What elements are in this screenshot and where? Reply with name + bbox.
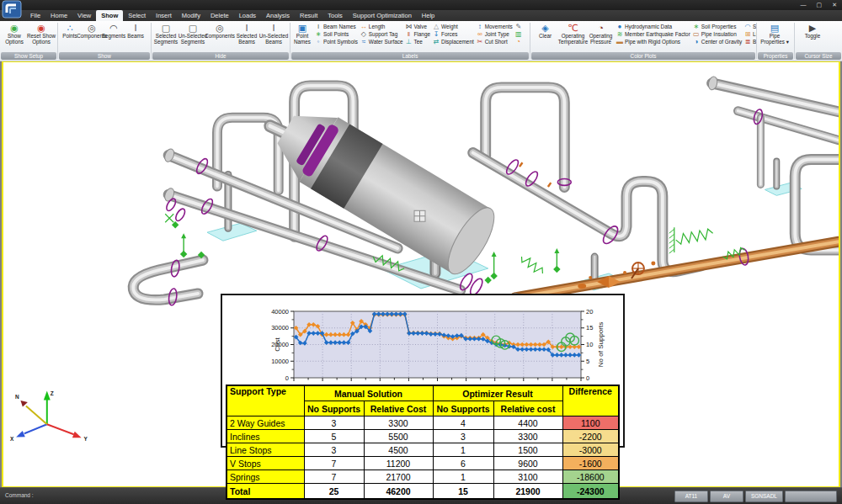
compass-icon: ◔ [515, 39, 522, 45]
tab-modify[interactable]: Modify [177, 10, 205, 21]
cell-opt-no: 1 [433, 443, 493, 457]
ribbon-button-toggle[interactable]: ▶Toggle [796, 22, 829, 40]
ribbon-item-label: Pipe Insulation [701, 31, 737, 38]
flange-icon: ‖ [405, 31, 412, 38]
cell-difference: 1100 [562, 416, 619, 430]
ribbon-button-components[interactable]: ◎Components [206, 22, 233, 40]
cell-manual-cost: 3300 [364, 416, 433, 430]
tab-insert[interactable]: Insert [151, 10, 177, 21]
select-tool-button[interactable]: ✎ [515, 24, 522, 30]
tab-help[interactable]: Help [417, 10, 440, 21]
tab-select[interactable]: Select [123, 10, 151, 21]
ribbon-item-member-earthquake-factor[interactable]: ≋Member Earthquake Factor [616, 31, 690, 38]
ribbon-button-beams[interactable]: IBeams [125, 22, 147, 40]
ribbon-group-items: ▶Toggle [795, 21, 842, 51]
app-logo-icon [2, 0, 22, 19]
ribbon-item-joint-type[interactable]: ∞Joint Type [477, 31, 513, 38]
ribbon-item-line-number[interactable]: ⊞Line Number [744, 31, 756, 38]
ribbon-group-cursor-size: ▶ToggleCursor Size [795, 21, 842, 61]
ribbon-item-hydrodynamic-data[interactable]: ●Hydrodynamic Data [616, 24, 690, 30]
ribbon-item-label: Point Symbols [323, 39, 358, 45]
cell-opt-cost: 21900 [493, 484, 562, 500]
right-tick-label: 10 [586, 341, 593, 348]
table-row: Line Stops3450011500-3000 [226, 443, 619, 457]
ribbon-button-components[interactable]: ◎Components [81, 22, 103, 40]
ribbon-button-segments[interactable]: ◠Segments [103, 22, 125, 40]
status-button-sgnsadl[interactable]: SGNSADL [745, 491, 783, 502]
ribbon-item-valve[interactable]: ⋈Valve [405, 24, 430, 30]
ribbon-item-label: Weight [441, 24, 458, 30]
cell-opt-cost: 3100 [493, 470, 562, 484]
ribbon-button-selected-segments[interactable]: ▢SelectedSegments [152, 22, 179, 45]
maximize-button[interactable]: ▢ [817, 0, 823, 10]
command-prompt-label[interactable]: Command : [5, 492, 34, 498]
ribbon-button-operating-temperature[interactable]: ℃OperatingTemperature [559, 22, 587, 45]
ribbon-item-flange[interactable]: ‖Flange [405, 31, 430, 38]
tab-result[interactable]: Result [295, 10, 322, 21]
ribbon-column: ⋈Valve‖Flange⊥Tee [403, 22, 431, 45]
cell-support-type: Total [226, 484, 304, 500]
tab-file[interactable]: File [25, 10, 45, 21]
status-button-av[interactable]: AV [710, 491, 743, 502]
left-tick-label: 40000 [271, 308, 289, 316]
soil-points-icon: ∗ [315, 31, 322, 38]
ribbon-item-cut-short[interactable]: ✂Cut Short [477, 39, 513, 45]
ribbon-item-length[interactable]: ↔Length [360, 24, 403, 30]
ribbon-button-un-selected-segments[interactable]: ▢Un-SelectedSegments [179, 22, 206, 45]
ribbon-item-beam-names[interactable]: IBeam Names [315, 24, 358, 30]
cell-opt-no: 1 [433, 470, 493, 484]
tab-tools[interactable]: Tools [322, 10, 348, 21]
tab-home[interactable]: Home [45, 10, 72, 21]
ribbon-item-forces[interactable]: ↧Forces [433, 31, 474, 38]
ribbon-group-label: Show Setup [1, 52, 56, 60]
tab-analysis[interactable]: Analysis [261, 10, 295, 21]
tab-show[interactable]: Show [96, 10, 123, 21]
tab-view[interactable]: View [72, 10, 96, 21]
plot-image-button[interactable]: ▥ [515, 31, 522, 38]
cell-support-type: Line Stops [226, 443, 304, 457]
status-button-at11[interactable]: AT11 [674, 491, 708, 502]
ribbon-item-weight[interactable]: △Weight [433, 24, 474, 30]
ribbon-item-support-tag[interactable]: ◇Support Tag [360, 31, 403, 38]
ribbon-item-soil-properties[interactable]: ∗Soil Properties [693, 24, 742, 30]
ribbon-item-movements[interactable]: ↕Movements [477, 24, 513, 30]
tab-delete[interactable]: Delete [205, 10, 234, 21]
ribbon-item-displacement[interactable]: ⇄Displacement [433, 39, 474, 45]
hydrodynamic-data-icon: ● [616, 24, 623, 30]
ribbon-button-clear[interactable]: ◈Clear [531, 22, 559, 40]
valve-icon: ⋈ [405, 24, 412, 30]
ribbon-button-pipe-properties[interactable]: ▤PipeProperties ▾ [758, 22, 791, 45]
cell-manual-no: 5 [304, 430, 364, 443]
compass-button[interactable]: ◔ [515, 39, 522, 45]
tee-icon: ⊥ [405, 39, 412, 45]
minimize-button[interactable]: — [801, 0, 807, 10]
ribbon-item-label: Tee [413, 39, 422, 45]
ribbon-item-beam-sections[interactable]: ≣Beam Sections [744, 39, 756, 45]
ribbon-item-tee[interactable]: ⊥Tee [405, 39, 430, 45]
ribbon-item-center-of-gravity[interactable]: ◑Center of Gravity [693, 39, 742, 45]
ribbon-button-un-selected-beams[interactable]: IUn-SelectedBeams [260, 22, 287, 45]
ribbon-item-pipe-insulation[interactable]: ▭Pipe Insulation [693, 31, 742, 38]
ribbon-item-pipe-with-rigid-options[interactable]: ▬Pipe with Rigid Options [616, 39, 690, 45]
ribbon-button-label: Toggle [805, 34, 821, 40]
ribbon-item-point-symbols[interactable]: ◦Point Symbols [315, 39, 358, 45]
ribbon-button-point-names[interactable]: ▣PointNames [291, 22, 313, 45]
ribbon-item-soil-points[interactable]: ∗Soil Points [315, 31, 358, 38]
ribbon-button-reset-show-options[interactable]: ◉Reset ShowOptions [28, 22, 55, 45]
ribbon-button-selected-beams[interactable]: ISelectedBeams [233, 22, 260, 45]
ribbon-item-segments[interactable]: ◠Segments [744, 24, 756, 30]
ribbon-button-label: Clear [539, 34, 552, 40]
close-button[interactable]: ✕ [832, 0, 837, 10]
tab-support-optimization[interactable]: Support Optimization [348, 10, 417, 21]
tab-loads[interactable]: Loads [234, 10, 261, 21]
sub-header-no-supports: No Supports [304, 401, 364, 416]
vessel[interactable] [266, 98, 503, 281]
ribbon-button-show-options[interactable]: ◉ShowOptions [1, 22, 28, 45]
ribbon-button-operating-pressure[interactable]: ◔OperatingPressure [587, 22, 615, 45]
ribbon-item-water-surface[interactable]: ≈Water Surface [360, 39, 403, 45]
status-button-blank[interactable] [785, 491, 837, 502]
table-row: 2 Way Guides33300444001100 [226, 416, 619, 430]
cell-difference: -1600 [562, 457, 619, 470]
ribbon-button-label: Beams [238, 40, 255, 45]
right-tick-label: 5 [586, 358, 589, 365]
